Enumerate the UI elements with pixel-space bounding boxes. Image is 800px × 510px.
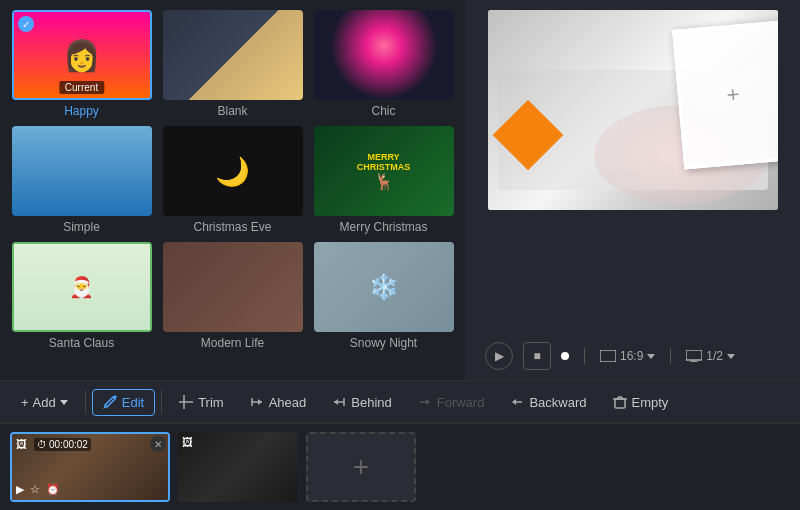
theme-item-blank[interactable]: Blank (161, 10, 304, 118)
backward-icon (510, 395, 524, 409)
behind-label: Behind (351, 395, 391, 410)
toolbar-sep-1 (85, 390, 86, 414)
svg-marker-13 (426, 399, 430, 405)
selected-check-icon: ✓ (18, 16, 34, 32)
modern-thumb-image (163, 242, 303, 332)
add-button[interactable]: + Add (10, 389, 79, 416)
theme-item-chic[interactable]: Chic (312, 10, 455, 118)
svg-rect-0 (600, 350, 616, 362)
stop-button[interactable]: ■ (523, 342, 551, 370)
quality-chevron (727, 354, 735, 359)
theme-item-santa[interactable]: 🎅 Santa Claus (10, 242, 153, 350)
preview-background: + (488, 10, 778, 210)
empty-label: Empty (632, 395, 669, 410)
add-clip-icon: + (353, 451, 369, 483)
clip-2-image-icon: 🖼 (182, 436, 193, 448)
theme-label-christmas-eve: Christmas Eve (193, 220, 271, 234)
behind-button[interactable]: Behind (321, 389, 402, 416)
theme-label-blank: Blank (217, 104, 247, 118)
theme-thumb-happy[interactable]: 👩 Current ✓ (12, 10, 152, 100)
svg-rect-16 (615, 399, 625, 408)
backward-label: Backward (529, 395, 586, 410)
simple-thumb-image (12, 126, 152, 216)
add-dropdown-arrow (60, 400, 68, 405)
chic-thumb-image (314, 10, 454, 100)
theme-item-simple[interactable]: Simple (10, 126, 153, 234)
theme-label-simple: Simple (63, 220, 100, 234)
theme-item-snowy[interactable]: ❄️ Snowy Night (312, 242, 455, 350)
timeline: 🖼 ⏱ 00:00:02 ✕ ▶ ☆ ⏰ 🖼 + (0, 424, 800, 510)
theme-label-santa: Santa Claus (49, 336, 114, 350)
white-frame-overlay: + (672, 20, 778, 169)
progress-indicator (561, 352, 569, 360)
empty-button[interactable]: Empty (602, 389, 680, 416)
svg-marker-15 (512, 399, 516, 405)
edit-label: Edit (122, 395, 144, 410)
preview-panel: + ▶ ■ 16:9 (465, 0, 800, 380)
aspect-ratio-selector[interactable]: 16:9 (600, 349, 655, 363)
current-badge: Current (59, 81, 104, 94)
clip-1-controls: ▶ ☆ ⏰ (16, 483, 60, 496)
theme-thumb-modern[interactable] (163, 242, 303, 332)
main-container: 👩 Current ✓ Happy Blank Chic (0, 0, 800, 380)
aspect-ratio-icon (600, 350, 616, 362)
theme-label-happy: Happy (64, 104, 99, 118)
backward-button[interactable]: Backward (499, 389, 597, 416)
clip-2-thumbnail (178, 432, 298, 502)
themes-panel: 👩 Current ✓ Happy Blank Chic (0, 0, 465, 380)
behind-icon (332, 395, 346, 409)
edit-icon (103, 395, 117, 409)
forward-icon (418, 395, 432, 409)
theme-item-merry-christmas[interactable]: MERRY CHRISTMAS 🦌 Merry Christmas (312, 126, 455, 234)
theme-thumb-simple[interactable] (12, 126, 152, 216)
edit-button[interactable]: Edit (92, 389, 155, 416)
add-clip-button[interactable]: + (306, 432, 416, 502)
clip-1-image-icon: 🖼 (16, 438, 27, 450)
aspect-ratio-value: 16:9 (620, 349, 643, 363)
theme-item-christmas-eve[interactable]: 🌙 Christmas Eve (161, 126, 304, 234)
theme-thumb-blank[interactable] (163, 10, 303, 100)
theme-thumb-merry-christmas[interactable]: MERRY CHRISTMAS 🦌 (314, 126, 454, 216)
play-button[interactable]: ▶ (485, 342, 513, 370)
theme-item-modern[interactable]: Modern Life (161, 242, 304, 350)
santa-thumb-image: 🎅 (12, 242, 152, 332)
clip-star-icon[interactable]: ☆ (30, 483, 40, 496)
theme-label-chic: Chic (371, 104, 395, 118)
theme-thumb-chic[interactable] (314, 10, 454, 100)
svg-marker-11 (334, 399, 338, 405)
clip-1-close-button[interactable]: ✕ (150, 436, 166, 452)
svg-rect-1 (686, 350, 702, 360)
ahead-icon (250, 395, 264, 409)
ahead-button[interactable]: Ahead (239, 389, 318, 416)
trim-icon (179, 395, 193, 409)
merry-christmas-thumb-image: MERRY CHRISTMAS 🦌 (314, 126, 454, 216)
timeline-clip-1[interactable]: 🖼 ⏱ 00:00:02 ✕ ▶ ☆ ⏰ (10, 432, 170, 502)
timeline-clip-2[interactable]: 🖼 (178, 432, 298, 502)
blank-thumb-image (163, 10, 303, 100)
theme-thumb-snowy[interactable]: ❄️ (314, 242, 454, 332)
monitor-icon (686, 350, 702, 362)
controls-divider (584, 348, 585, 364)
themes-grid: 👩 Current ✓ Happy Blank Chic (10, 10, 455, 350)
plus-icon[interactable]: + (675, 24, 778, 167)
clip-play-icon[interactable]: ▶ (16, 483, 24, 496)
theme-label-merry-christmas: Merry Christmas (339, 220, 427, 234)
theme-thumb-christmas-eve[interactable]: 🌙 (163, 126, 303, 216)
forward-button[interactable]: Forward (407, 389, 496, 416)
clip-1-time: ⏱ 00:00:02 (34, 438, 91, 451)
toolbar: + Add Edit Trim Ahead (0, 380, 800, 424)
trim-button[interactable]: Trim (168, 389, 235, 416)
add-label: Add (33, 395, 56, 410)
preview-controls: ▶ ■ 16:9 1/2 (475, 342, 790, 370)
snowy-thumb-image: ❄️ (314, 242, 454, 332)
forward-label: Forward (437, 395, 485, 410)
svg-marker-7 (258, 399, 262, 405)
theme-item-happy[interactable]: 👩 Current ✓ Happy (10, 10, 153, 118)
theme-thumb-santa[interactable]: 🎅 (12, 242, 152, 332)
clock-icon: ⏱ (37, 439, 47, 450)
clip-clock-icon[interactable]: ⏰ (46, 483, 60, 496)
christmas-eve-thumb-image: 🌙 (163, 126, 303, 216)
quality-selector[interactable]: 1/2 (686, 349, 735, 363)
ahead-label: Ahead (269, 395, 307, 410)
controls-divider2 (670, 348, 671, 364)
